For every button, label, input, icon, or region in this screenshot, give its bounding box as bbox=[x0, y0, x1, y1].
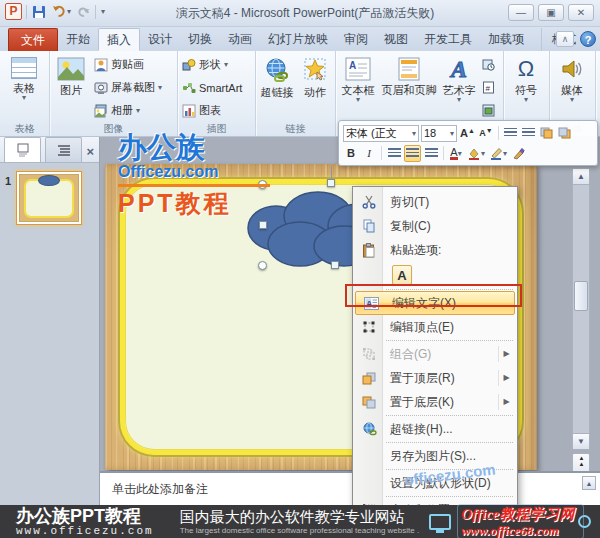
tab-insert[interactable]: 插入 bbox=[98, 28, 140, 51]
menu-item-hyperlink[interactable]: 超链接(H)... bbox=[354, 417, 516, 441]
shrink-font-icon[interactable]: A▼ bbox=[478, 125, 494, 142]
scroll-up-icon[interactable]: ▲ bbox=[573, 169, 589, 185]
shape-outline-icon[interactable]: ▾ bbox=[488, 145, 508, 162]
menu-separator bbox=[386, 415, 513, 416]
menu-item-cut[interactable]: 剪切(T) bbox=[354, 190, 516, 214]
powerpoint-logo-icon[interactable]: P bbox=[5, 3, 22, 20]
menu-separator bbox=[386, 340, 513, 341]
edit-points-icon bbox=[354, 320, 384, 334]
tab-addins[interactable]: 加载项 bbox=[480, 28, 532, 51]
textbox-button[interactable]: A 文本框 ▾ bbox=[337, 53, 379, 122]
font-name-combobox[interactable]: 宋体 (正文 ▾ bbox=[343, 125, 419, 142]
previous-slide-icon[interactable]: ▲▲ bbox=[579, 455, 584, 467]
notes-scroll-up-icon[interactable]: ▲ bbox=[582, 476, 596, 490]
bring-forward-icon[interactable] bbox=[539, 125, 555, 142]
tab-transitions[interactable]: 切换 bbox=[180, 28, 220, 51]
screenshot-button[interactable]: 屏幕截图 ▾ bbox=[91, 78, 175, 97]
chart-button[interactable]: 图表 bbox=[179, 101, 254, 120]
selection-handle-left[interactable] bbox=[259, 221, 267, 229]
italic-button[interactable]: I bbox=[361, 145, 377, 162]
menu-item-copy[interactable]: 复制(C) bbox=[354, 214, 516, 238]
undo-icon[interactable]: ▾ bbox=[51, 3, 72, 20]
divider bbox=[26, 5, 27, 19]
outline-tab[interactable] bbox=[45, 137, 82, 162]
photo-album-icon bbox=[94, 104, 108, 118]
menu-item-bring-to-front[interactable]: 置于顶层(R) ▶ bbox=[354, 366, 516, 390]
close-button[interactable]: ✕ bbox=[568, 4, 594, 21]
collapse-ribbon-icon[interactable]: ∧ bbox=[556, 31, 574, 47]
bold-button[interactable]: B bbox=[343, 145, 359, 162]
menu-item-send-to-back[interactable]: 置于底层(K) ▶ bbox=[354, 390, 516, 414]
smartart-icon bbox=[182, 81, 196, 95]
picture-button[interactable]: 图片 bbox=[51, 53, 91, 122]
banner-center-title: 国内最大的办公软件教学专业网站 bbox=[180, 509, 420, 524]
align-right-icon[interactable] bbox=[423, 145, 439, 162]
mini-toolbar: 宋体 (正文 ▾ 18 ▾ A▲ A▼ B I bbox=[338, 120, 598, 166]
tab-animations[interactable]: 动画 bbox=[220, 28, 260, 51]
selection-handle-top[interactable] bbox=[327, 179, 335, 187]
maximize-button[interactable]: ▣ bbox=[538, 4, 564, 21]
divider bbox=[498, 126, 499, 140]
object-icon[interactable] bbox=[479, 101, 499, 120]
action-button[interactable]: 动作 bbox=[297, 53, 333, 122]
table-button[interactable]: 表格 ▾ bbox=[1, 53, 47, 122]
tab-review[interactable]: 审阅 bbox=[336, 28, 376, 51]
watermark-site: Officezu.com bbox=[118, 164, 270, 180]
align-left-icon[interactable] bbox=[386, 145, 402, 162]
slides-tab[interactable] bbox=[4, 137, 41, 162]
tab-view[interactable]: 视图 bbox=[376, 28, 416, 51]
notes-pane[interactable]: 单击此处添加备注 ▲ bbox=[100, 471, 600, 505]
scrollbar-thumb[interactable] bbox=[574, 281, 588, 311]
increase-indent-icon[interactable] bbox=[521, 125, 537, 142]
tab-design[interactable]: 设计 bbox=[140, 28, 180, 51]
close-panel-icon[interactable]: × bbox=[86, 146, 94, 158]
bottom-banner: 办公族PPT教程 www.officezu.com 国内最大的办公软件教学专业网… bbox=[0, 505, 600, 538]
submenu-arrow-icon: ▶ bbox=[498, 394, 514, 410]
tab-home[interactable]: 开始 bbox=[58, 28, 98, 51]
notes-placeholder: 单击此处添加备注 bbox=[112, 481, 208, 498]
tab-developer[interactable]: 开发工具 bbox=[416, 28, 480, 51]
header-footer-button[interactable]: 页眉和页脚 bbox=[379, 53, 439, 122]
grow-font-icon[interactable]: A▲ bbox=[459, 125, 476, 142]
slide-number-icon[interactable]: # bbox=[479, 78, 499, 97]
svg-text:A: A bbox=[449, 57, 467, 81]
decrease-indent-icon[interactable] bbox=[503, 125, 519, 142]
slide-thumbnail-item[interactable]: 1 bbox=[0, 171, 99, 225]
minimize-button[interactable]: — bbox=[508, 4, 534, 21]
thumbnail-cloud bbox=[38, 175, 60, 186]
slides-panel: × 1 bbox=[0, 137, 100, 505]
selection-handle-bottom[interactable] bbox=[331, 261, 339, 269]
align-center-icon[interactable] bbox=[404, 145, 421, 162]
vertical-scrollbar[interactable]: ▲ ▼ bbox=[572, 168, 590, 450]
clipart-button[interactable]: 剪贴画 bbox=[91, 55, 175, 74]
smartart-button[interactable]: SmartArt bbox=[179, 78, 254, 97]
tab-file[interactable]: 文件 bbox=[8, 28, 58, 51]
photo-album-button[interactable]: 相册 ▾ bbox=[91, 101, 175, 120]
qat-more-icon[interactable]: ▾ bbox=[100, 3, 106, 20]
selection-handle-bottom-left[interactable] bbox=[258, 261, 267, 270]
media-button[interactable]: 媒体 ▾ bbox=[551, 53, 593, 122]
dropdown-arrow: ▾ bbox=[524, 96, 528, 103]
help-icon[interactable]: ? bbox=[580, 31, 596, 47]
scroll-down-icon[interactable]: ▼ bbox=[573, 433, 589, 449]
format-painter-icon[interactable] bbox=[510, 145, 526, 162]
slide-thumbnail[interactable] bbox=[16, 171, 82, 225]
shapes-button[interactable]: 形状 ▾ bbox=[179, 55, 254, 74]
hyperlink-button[interactable]: 超链接 bbox=[257, 53, 297, 122]
redo-icon[interactable] bbox=[76, 3, 91, 20]
hyperlink-icon bbox=[264, 57, 290, 83]
font-color-icon[interactable]: A▾ bbox=[448, 145, 464, 162]
wordart-button[interactable]: A 艺术字 ▾ bbox=[439, 53, 479, 122]
divider bbox=[443, 146, 444, 160]
send-backward-icon[interactable] bbox=[557, 125, 573, 142]
shape-fill-icon[interactable]: ▾ bbox=[466, 145, 486, 162]
banner-center-subtitle: The largest domestic office software pro… bbox=[180, 527, 420, 535]
date-time-icon[interactable] bbox=[479, 55, 499, 74]
symbol-button[interactable]: Ω 符号 ▾ bbox=[505, 53, 547, 122]
font-size-combobox[interactable]: 18 ▾ bbox=[421, 125, 457, 142]
paste-keep-text-only-icon[interactable]: A bbox=[392, 265, 412, 285]
menu-item-edit-points[interactable]: 编辑顶点(E) bbox=[354, 315, 516, 339]
tab-slideshow[interactable]: 幻灯片放映 bbox=[260, 28, 336, 51]
save-icon[interactable] bbox=[31, 3, 47, 20]
dropdown-arrow: ▾ bbox=[450, 130, 454, 137]
